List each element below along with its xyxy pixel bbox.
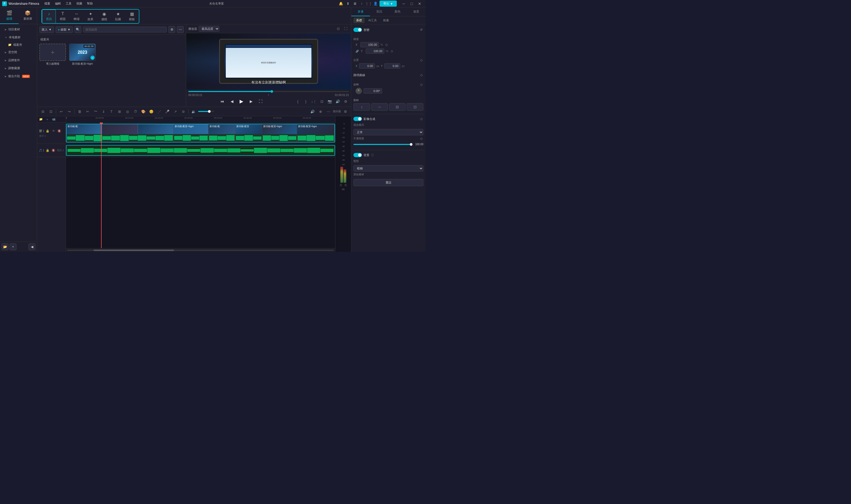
video-clip-3[interactable]: 新功能-配 — [209, 124, 235, 142]
step-back-button[interactable]: ◀ — [228, 97, 236, 105]
toolbar-tab-filter[interactable]: ◉ 濾鏡 — [97, 10, 111, 23]
scale-y-input[interactable] — [366, 49, 384, 54]
crop-button[interactable]: ⊞ — [116, 108, 123, 115]
insert-icon[interactable]: ↓⋮ — [311, 98, 317, 105]
sidebar-tab-assets[interactable]: 📦 素材庫 — [19, 7, 37, 24]
download-icon[interactable]: ⬇ — [345, 1, 351, 7]
rotation-input[interactable] — [364, 88, 382, 94]
composite-reset[interactable]: ◇ — [419, 117, 423, 121]
pos-y-input[interactable] — [384, 63, 400, 69]
sidebar-item-local-assets[interactable]: ▼ 本地素材 — [1, 34, 36, 41]
flip-btn-3[interactable]: ⊟ — [389, 103, 406, 111]
share-icon[interactable]: ↑ — [359, 1, 365, 7]
in-point-icon[interactable]: { — [295, 98, 301, 105]
right-tab-audio[interactable]: 音訊 — [370, 7, 388, 16]
scroll-track[interactable] — [67, 250, 334, 251]
clip-button[interactable]: ⊡ — [47, 108, 54, 115]
transform-header[interactable]: 形變 ↺ — [354, 26, 423, 33]
flip-v-button[interactable]: ↕ — [354, 103, 370, 111]
title-button[interactable]: T — [108, 108, 115, 115]
volume-handle[interactable] — [208, 110, 211, 113]
opacity-slider[interactable] — [354, 144, 411, 145]
background-header[interactable]: 背景 ⓘ — [354, 152, 423, 158]
out-point-icon[interactable]: } — [303, 98, 309, 105]
search-input[interactable] — [83, 26, 167, 33]
right-tab-multi[interactable]: 多邊 — [351, 7, 370, 16]
video-clip-1[interactable]: 新功能-配 — [67, 124, 174, 142]
rotation-dial[interactable] — [356, 88, 362, 94]
quality-select[interactable]: 最高品質 — [199, 26, 219, 32]
reset-button[interactable]: 重設 — [354, 179, 423, 186]
composite-toggle[interactable] — [354, 117, 362, 121]
indicator-settings[interactable]: ⚙ — [342, 108, 349, 115]
video-clip-4[interactable]: 新功能-配音 — [235, 124, 262, 142]
volume-slider[interactable] — [198, 111, 214, 112]
track-lock-icon[interactable]: 🔒 — [45, 128, 50, 133]
bg-type-select[interactable]: 模糊 — [354, 165, 423, 172]
toolbar-tab-title[interactable]: T 標題 — [56, 10, 70, 23]
video-clip-2[interactable]: 新功能-配音+bgm — [174, 124, 209, 142]
pos-x-input[interactable] — [359, 63, 375, 69]
track-more-button[interactable]: 📹 — [51, 117, 56, 122]
add-folder-button[interactable]: 📂 — [2, 244, 8, 250]
menu-item-tools[interactable]: 工具 — [64, 1, 74, 6]
notification-icon[interactable]: 🔔 — [338, 1, 344, 7]
step-forward-button[interactable]: ▶ — [247, 97, 255, 105]
playhead[interactable] — [101, 123, 102, 248]
composite-header[interactable]: 影像合成 ◇ — [354, 116, 423, 122]
skip-back-button[interactable]: ⏮ — [219, 97, 226, 105]
volume-down-button[interactable]: 🔉 — [190, 108, 197, 115]
sidebar-item-compound[interactable]: ▶ 復合片段 NEW — [1, 72, 36, 80]
scissors-button[interactable]: ✂ — [84, 108, 91, 115]
motion-path-reset[interactable]: ◇ — [419, 73, 423, 77]
stabilize-button[interactable]: ◎ — [124, 108, 131, 115]
menu-item-file[interactable]: 檔案 — [42, 1, 52, 6]
audio-wave-button[interactable]: 〜 — [92, 108, 99, 115]
toolbar-tab-effects[interactable]: ✦ 效果 — [84, 10, 97, 23]
collapse-sidebar-button[interactable]: ◀ — [29, 244, 35, 250]
sidebar-item-brand[interactable]: ▶ 品牌套件 — [1, 56, 36, 64]
fullscreen-icon[interactable]: ⛶ — [343, 25, 349, 32]
speed-button[interactable]: ⏱ — [132, 108, 139, 115]
toolbar-tab-transition[interactable]: ↔ 轉場 — [70, 10, 84, 23]
import-dropdown[interactable]: 匯入 ▼ — [39, 26, 54, 33]
motion-path-header[interactable]: 路徑曲線 ◇ — [354, 72, 423, 78]
scale-x-input[interactable] — [360, 42, 379, 47]
snapshot-icon[interactable]: 📷 — [327, 98, 333, 105]
split-view-icon[interactable]: ⊡ — [335, 25, 342, 32]
timeline-scrollbar[interactable] — [66, 248, 335, 252]
sidebar-item-adjust-layer[interactable]: ▶ 調整圖層 — [1, 65, 36, 72]
track-mute-icon[interactable]: 🔇 — [57, 128, 62, 133]
right-tab-speed[interactable]: 速度 — [407, 7, 426, 16]
group-button[interactable]: ⊟ — [39, 108, 46, 115]
export-button[interactable]: 導出 ▼ — [380, 1, 397, 7]
add-track-button[interactable]: 📁 — [38, 117, 43, 122]
flip-btn-4[interactable]: ⊡ — [406, 103, 423, 111]
right-subtab-ai[interactable]: AI工具 — [366, 18, 380, 23]
overlay-icon[interactable]: ⊡ — [319, 98, 325, 105]
toolbar-tab-template[interactable]: ▦ 模板 — [125, 10, 139, 23]
maximize-button[interactable]: □ — [408, 1, 415, 7]
preview-progress-bar[interactable] — [188, 91, 349, 92]
toolbar-tab-sticker[interactable]: ★ 貼圖 — [111, 10, 125, 23]
new-folder-button[interactable]: + — [10, 244, 17, 250]
record-dropdown[interactable]: ● 錄製 ▼ — [56, 26, 73, 33]
scale-y-reset[interactable]: ◇ — [390, 49, 394, 53]
sidebar-item-folder[interactable]: 📁 檔案夾 — [4, 41, 36, 48]
redo-button[interactable]: ↪ — [66, 108, 73, 115]
flip-h-button[interactable]: ↔ — [371, 103, 388, 111]
track-settings-button[interactable]: + — [45, 117, 50, 122]
background-toggle[interactable] — [354, 153, 362, 157]
right-tab-color[interactable]: 顏色 — [388, 7, 407, 16]
screen-icon[interactable]: 🖥 — [352, 1, 358, 7]
more-button[interactable]: ⋯ — [325, 108, 332, 115]
sidebar-item-project-assets[interactable]: ▶ 項目素材 — [1, 25, 36, 33]
play-button[interactable]: ▶ — [238, 97, 245, 105]
audio-lock-icon[interactable]: 🔒 — [45, 148, 50, 153]
color-button[interactable]: 🎨 — [140, 108, 147, 115]
remove-bg-button[interactable]: ⊘ — [180, 108, 187, 115]
sidebar-item-cloud[interactable]: ▶ 雲空間 — [1, 49, 36, 56]
scale-x-reset[interactable]: ◇ — [384, 42, 389, 47]
audio-mute-icon[interactable]: 🔇 — [51, 148, 56, 153]
filter-button[interactable]: ⚙ — [168, 26, 175, 33]
